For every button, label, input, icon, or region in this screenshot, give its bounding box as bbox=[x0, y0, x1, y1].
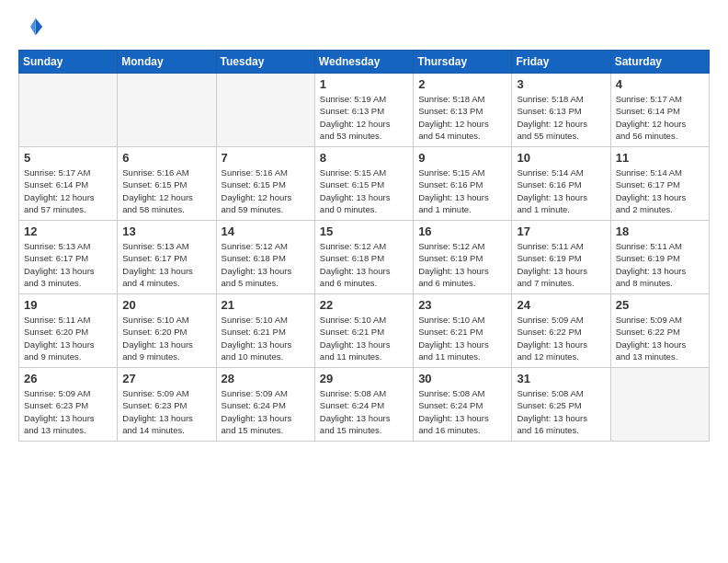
day-number: 18 bbox=[616, 224, 704, 238]
day-number: 15 bbox=[320, 224, 408, 238]
day-number: 19 bbox=[24, 298, 112, 312]
day-info: Sunrise: 5:09 AM Sunset: 6:22 PM Dayligh… bbox=[616, 314, 704, 362]
calendar-cell: 15Sunrise: 5:12 AM Sunset: 6:18 PM Dayli… bbox=[314, 221, 413, 294]
day-info: Sunrise: 5:19 AM Sunset: 6:13 PM Dayligh… bbox=[320, 93, 408, 142]
calendar-cell: 18Sunrise: 5:11 AM Sunset: 6:19 PM Dayli… bbox=[610, 221, 709, 294]
day-info: Sunrise: 5:18 AM Sunset: 6:13 PM Dayligh… bbox=[517, 93, 605, 142]
calendar-cell bbox=[118, 74, 216, 147]
day-number: 14 bbox=[222, 224, 310, 238]
day-info: Sunrise: 5:10 AM Sunset: 6:21 PM Dayligh… bbox=[222, 314, 310, 362]
day-info: Sunrise: 5:09 AM Sunset: 6:24 PM Dayligh… bbox=[222, 387, 310, 436]
calendar-cell: 4Sunrise: 5:17 AM Sunset: 6:14 PM Daylig… bbox=[610, 74, 709, 147]
svg-marker-1 bbox=[30, 18, 36, 36]
day-number: 26 bbox=[24, 372, 112, 385]
day-info: Sunrise: 5:10 AM Sunset: 6:21 PM Dayligh… bbox=[418, 314, 506, 362]
day-number: 9 bbox=[418, 151, 506, 165]
calendar-cell: 31Sunrise: 5:08 AM Sunset: 6:25 PM Dayli… bbox=[512, 368, 610, 442]
day-number: 22 bbox=[320, 298, 408, 312]
day-number: 12 bbox=[24, 224, 112, 238]
calendar-cell: 12Sunrise: 5:13 AM Sunset: 6:17 PM Dayli… bbox=[19, 221, 118, 294]
day-info: Sunrise: 5:17 AM Sunset: 6:14 PM Dayligh… bbox=[24, 167, 112, 215]
day-info: Sunrise: 5:16 AM Sunset: 6:15 PM Dayligh… bbox=[222, 167, 310, 215]
weekday-header-row: SundayMondayTuesdayWednesdayThursdayFrid… bbox=[19, 51, 710, 74]
day-number: 25 bbox=[616, 298, 704, 312]
day-number: 24 bbox=[517, 298, 605, 312]
day-number: 29 bbox=[320, 372, 408, 385]
day-info: Sunrise: 5:11 AM Sunset: 6:20 PM Dayligh… bbox=[24, 314, 112, 362]
calendar-cell: 14Sunrise: 5:12 AM Sunset: 6:18 PM Dayli… bbox=[216, 221, 314, 294]
calendar-cell: 6Sunrise: 5:16 AM Sunset: 6:15 PM Daylig… bbox=[118, 147, 216, 221]
day-number: 2 bbox=[418, 77, 506, 91]
logo-icon bbox=[18, 15, 44, 40]
day-number: 13 bbox=[122, 224, 210, 238]
week-row-2: 5Sunrise: 5:17 AM Sunset: 6:14 PM Daylig… bbox=[19, 147, 710, 221]
weekday-header-thursday: Thursday bbox=[414, 51, 512, 74]
weekday-header-friday: Friday bbox=[512, 51, 610, 74]
day-number: 4 bbox=[616, 77, 704, 91]
calendar-cell bbox=[19, 74, 118, 147]
day-number: 28 bbox=[222, 372, 310, 385]
day-info: Sunrise: 5:15 AM Sunset: 6:16 PM Dayligh… bbox=[418, 167, 506, 215]
calendar-cell: 23Sunrise: 5:10 AM Sunset: 6:21 PM Dayli… bbox=[414, 294, 512, 368]
day-info: Sunrise: 5:16 AM Sunset: 6:15 PM Dayligh… bbox=[122, 167, 210, 215]
day-number: 8 bbox=[320, 151, 408, 165]
calendar-table: SundayMondayTuesdayWednesdayThursdayFrid… bbox=[18, 50, 710, 442]
weekday-header-tuesday: Tuesday bbox=[216, 51, 314, 74]
calendar-cell: 19Sunrise: 5:11 AM Sunset: 6:20 PM Dayli… bbox=[19, 294, 118, 368]
svg-marker-0 bbox=[36, 18, 42, 36]
day-info: Sunrise: 5:12 AM Sunset: 6:18 PM Dayligh… bbox=[222, 240, 310, 289]
day-info: Sunrise: 5:10 AM Sunset: 6:21 PM Dayligh… bbox=[320, 314, 408, 362]
calendar-cell: 17Sunrise: 5:11 AM Sunset: 6:19 PM Dayli… bbox=[512, 221, 610, 294]
calendar-cell: 28Sunrise: 5:09 AM Sunset: 6:24 PM Dayli… bbox=[216, 368, 314, 442]
calendar-cell: 1Sunrise: 5:19 AM Sunset: 6:13 PM Daylig… bbox=[314, 74, 413, 147]
calendar-cell bbox=[610, 368, 709, 442]
week-row-3: 12Sunrise: 5:13 AM Sunset: 6:17 PM Dayli… bbox=[19, 221, 710, 294]
calendar-cell: 26Sunrise: 5:09 AM Sunset: 6:23 PM Dayli… bbox=[19, 368, 118, 442]
day-number: 11 bbox=[616, 151, 704, 165]
day-info: Sunrise: 5:09 AM Sunset: 6:22 PM Dayligh… bbox=[517, 314, 605, 362]
day-info: Sunrise: 5:18 AM Sunset: 6:13 PM Dayligh… bbox=[418, 93, 506, 142]
calendar-cell: 11Sunrise: 5:14 AM Sunset: 6:17 PM Dayli… bbox=[610, 147, 709, 221]
calendar-cell: 8Sunrise: 5:15 AM Sunset: 6:15 PM Daylig… bbox=[314, 147, 413, 221]
calendar-cell: 7Sunrise: 5:16 AM Sunset: 6:15 PM Daylig… bbox=[216, 147, 314, 221]
calendar-cell bbox=[216, 74, 314, 147]
calendar-cell: 16Sunrise: 5:12 AM Sunset: 6:19 PM Dayli… bbox=[414, 221, 512, 294]
day-info: Sunrise: 5:17 AM Sunset: 6:14 PM Dayligh… bbox=[616, 93, 704, 142]
calendar-cell: 20Sunrise: 5:10 AM Sunset: 6:20 PM Dayli… bbox=[118, 294, 216, 368]
day-info: Sunrise: 5:11 AM Sunset: 6:19 PM Dayligh… bbox=[517, 240, 605, 289]
day-info: Sunrise: 5:12 AM Sunset: 6:19 PM Dayligh… bbox=[418, 240, 506, 289]
day-info: Sunrise: 5:08 AM Sunset: 6:24 PM Dayligh… bbox=[418, 387, 506, 436]
day-info: Sunrise: 5:09 AM Sunset: 6:23 PM Dayligh… bbox=[122, 387, 210, 436]
calendar-cell: 25Sunrise: 5:09 AM Sunset: 6:22 PM Dayli… bbox=[610, 294, 709, 368]
day-number: 5 bbox=[24, 151, 112, 165]
week-row-5: 26Sunrise: 5:09 AM Sunset: 6:23 PM Dayli… bbox=[19, 368, 710, 442]
logo bbox=[18, 15, 48, 40]
day-number: 16 bbox=[418, 224, 506, 238]
day-info: Sunrise: 5:13 AM Sunset: 6:17 PM Dayligh… bbox=[24, 240, 112, 289]
week-row-4: 19Sunrise: 5:11 AM Sunset: 6:20 PM Dayli… bbox=[19, 294, 710, 368]
day-info: Sunrise: 5:11 AM Sunset: 6:19 PM Dayligh… bbox=[616, 240, 704, 289]
day-number: 1 bbox=[320, 77, 408, 91]
day-info: Sunrise: 5:08 AM Sunset: 6:25 PM Dayligh… bbox=[517, 387, 605, 436]
calendar-cell: 22Sunrise: 5:10 AM Sunset: 6:21 PM Dayli… bbox=[314, 294, 413, 368]
calendar-cell: 29Sunrise: 5:08 AM Sunset: 6:24 PM Dayli… bbox=[314, 368, 413, 442]
calendar-cell: 2Sunrise: 5:18 AM Sunset: 6:13 PM Daylig… bbox=[414, 74, 512, 147]
day-info: Sunrise: 5:08 AM Sunset: 6:24 PM Dayligh… bbox=[320, 387, 408, 436]
day-info: Sunrise: 5:15 AM Sunset: 6:15 PM Dayligh… bbox=[320, 167, 408, 215]
weekday-header-wednesday: Wednesday bbox=[314, 51, 413, 74]
day-number: 31 bbox=[517, 372, 605, 385]
calendar-cell: 10Sunrise: 5:14 AM Sunset: 6:16 PM Dayli… bbox=[512, 147, 610, 221]
calendar-cell: 13Sunrise: 5:13 AM Sunset: 6:17 PM Dayli… bbox=[118, 221, 216, 294]
header bbox=[18, 15, 710, 40]
day-info: Sunrise: 5:10 AM Sunset: 6:20 PM Dayligh… bbox=[122, 314, 210, 362]
day-number: 17 bbox=[517, 224, 605, 238]
calendar-cell: 21Sunrise: 5:10 AM Sunset: 6:21 PM Dayli… bbox=[216, 294, 314, 368]
weekday-header-monday: Monday bbox=[118, 51, 216, 74]
day-number: 10 bbox=[517, 151, 605, 165]
weekday-header-saturday: Saturday bbox=[610, 51, 709, 74]
day-info: Sunrise: 5:13 AM Sunset: 6:17 PM Dayligh… bbox=[122, 240, 210, 289]
calendar-cell: 9Sunrise: 5:15 AM Sunset: 6:16 PM Daylig… bbox=[414, 147, 512, 221]
weekday-header-sunday: Sunday bbox=[19, 51, 118, 74]
calendar-cell: 30Sunrise: 5:08 AM Sunset: 6:24 PM Dayli… bbox=[414, 368, 512, 442]
day-number: 27 bbox=[122, 372, 210, 385]
